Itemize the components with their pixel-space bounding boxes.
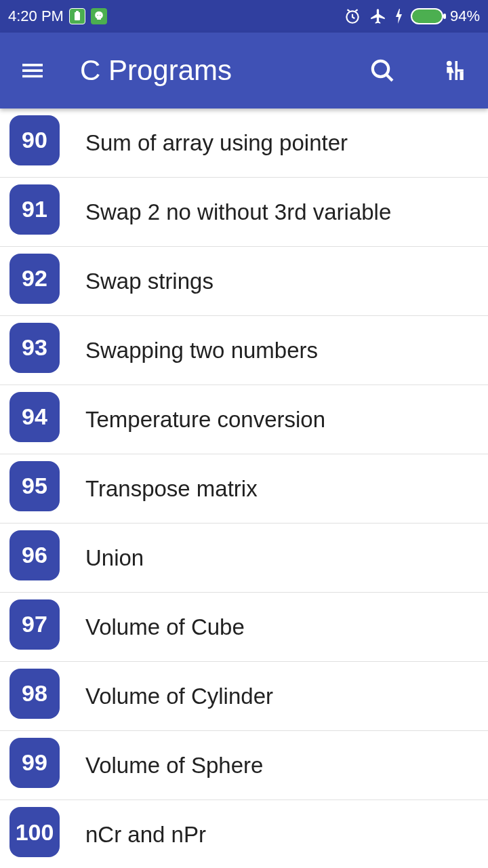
list-item[interactable]: 92 Swap strings [0, 247, 488, 316]
list-item[interactable]: 95 Transpose matrix [0, 454, 488, 524]
status-right: 94% [343, 7, 480, 26]
svg-point-3 [100, 15, 101, 16]
app-indicator-icon [91, 8, 107, 24]
item-number-badge: 97 [9, 599, 60, 650]
list-item[interactable]: 96 Union [0, 524, 488, 593]
list-item[interactable]: 97 Volume of Cube [0, 593, 488, 662]
item-label: Transpose matrix [85, 476, 258, 502]
item-number-badge: 95 [9, 461, 60, 511]
svg-point-5 [373, 61, 388, 77]
hamburger-icon [19, 57, 46, 84]
list-item[interactable]: 90 Sum of array using pointer [0, 108, 488, 178]
item-number-badge: 96 [9, 530, 60, 580]
svg-rect-9 [460, 72, 464, 80]
status-left: 4:20 PM [8, 7, 107, 25]
battery-icon [411, 8, 443, 24]
item-label: Swap strings [85, 269, 214, 294]
list-item[interactable]: 98 Volume of Cylinder [0, 662, 488, 731]
list-item[interactable]: 100 nCr and nPr [0, 800, 488, 868]
charging-icon [394, 7, 404, 26]
search-button[interactable] [366, 54, 399, 87]
person-at-desk-button[interactable] [436, 54, 469, 87]
app-bar-actions [366, 54, 469, 87]
svg-rect-1 [76, 11, 79, 13]
app-bar: C Programs [0, 33, 488, 108]
item-label: Volume of Cube [85, 614, 245, 640]
menu-button[interactable] [16, 54, 49, 87]
svg-point-2 [97, 15, 98, 16]
item-label: Sum of array using pointer [85, 130, 348, 156]
item-number-badge: 100 [9, 807, 60, 857]
svg-point-6 [447, 61, 452, 66]
item-number-badge: 99 [9, 738, 60, 788]
item-number-badge: 94 [9, 392, 60, 442]
battery-percent: 94% [450, 7, 480, 25]
item-label: Volume of Sphere [85, 753, 263, 778]
svg-rect-8 [458, 69, 464, 72]
item-number-badge: 91 [9, 184, 60, 235]
item-label: Swap 2 no without 3rd variable [85, 199, 391, 225]
list-item[interactable]: 91 Swap 2 no without 3rd variable [0, 178, 488, 247]
page-title: C Programs [80, 54, 335, 87]
list-item[interactable]: 93 Swapping two numbers [0, 316, 488, 385]
person-desk-icon [439, 56, 467, 85]
item-number-badge: 98 [9, 669, 60, 719]
item-label: Union [85, 545, 144, 571]
item-number-badge: 90 [9, 115, 60, 165]
battery-saver-icon [69, 8, 85, 24]
item-label: Volume of Cylinder [85, 684, 273, 709]
svg-rect-0 [75, 12, 80, 20]
list-item[interactable]: 99 Volume of Sphere [0, 731, 488, 800]
airplane-mode-icon [369, 7, 388, 26]
item-label: nCr and nPr [85, 822, 206, 848]
status-time: 4:20 PM [8, 7, 64, 25]
list-item[interactable]: 94 Temperature conversion [0, 385, 488, 454]
item-label: Temperature conversion [85, 407, 325, 433]
alarm-icon [343, 7, 362, 26]
item-label: Swapping two numbers [85, 338, 318, 363]
item-number-badge: 93 [9, 323, 60, 373]
status-bar: 4:20 PM 94% [0, 0, 488, 33]
item-number-badge: 92 [9, 254, 60, 304]
search-icon [369, 57, 396, 84]
svg-rect-7 [455, 61, 458, 80]
program-list: 90 Sum of array using pointer 91 Swap 2 … [0, 108, 488, 868]
